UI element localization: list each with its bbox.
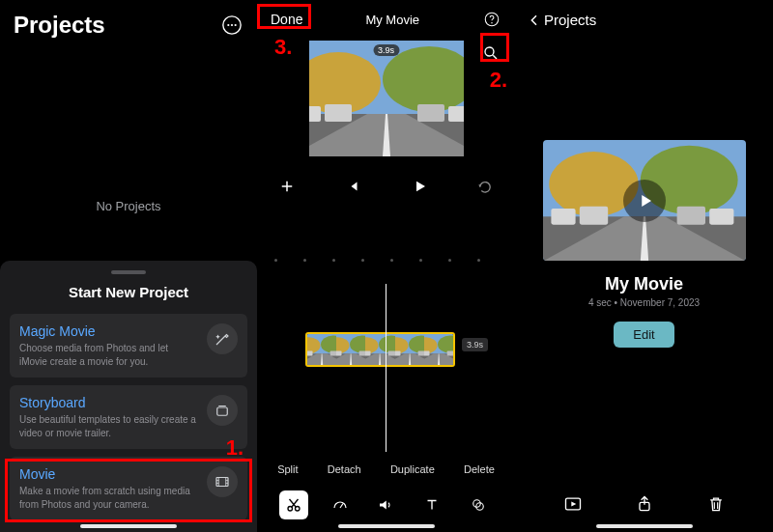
clip-duration-label: 3.9s bbox=[462, 338, 488, 351]
option-title: Storyboard bbox=[19, 395, 197, 410]
annotation-label-2: 2. bbox=[490, 68, 507, 93]
new-project-sheet: Start New Project Magic Movie Choose med… bbox=[0, 261, 257, 532]
home-indicator[interactable] bbox=[80, 524, 177, 528]
done-button[interactable]: Done bbox=[271, 12, 302, 27]
speed-tool-button[interactable] bbox=[326, 490, 355, 519]
option-storyboard[interactable]: Storyboard Use beautiful templates to ea… bbox=[10, 385, 247, 449]
rewind-button[interactable] bbox=[338, 172, 367, 201]
project-meta: 4 sec • November 7, 2023 bbox=[515, 297, 773, 308]
volume-tool-button[interactable] bbox=[371, 490, 400, 519]
play-button[interactable] bbox=[405, 172, 434, 201]
add-media-button[interactable] bbox=[272, 172, 301, 201]
zoom-button[interactable] bbox=[476, 39, 505, 68]
duration-badge: 3.9s bbox=[373, 44, 399, 56]
filters-tool-button[interactable] bbox=[464, 490, 493, 519]
preview-image bbox=[309, 41, 464, 156]
svg-point-11 bbox=[227, 24, 229, 26]
option-desc: Choose media from Photos and let iMovie … bbox=[19, 342, 197, 368]
skip-start-icon bbox=[344, 178, 361, 195]
scissors-icon bbox=[285, 496, 302, 514]
timeline[interactable]: 3.9s bbox=[257, 259, 515, 452]
svg-point-12 bbox=[231, 24, 233, 26]
ellipsis-icon bbox=[221, 14, 243, 36]
svg-point-23 bbox=[491, 22, 493, 24]
svg-line-28 bbox=[340, 504, 343, 509]
page-title: Projects bbox=[14, 12, 105, 39]
magic-wand-icon bbox=[207, 323, 238, 354]
option-title: Movie bbox=[19, 466, 197, 482]
play-rect-icon bbox=[563, 494, 583, 514]
timeline-ruler bbox=[257, 259, 515, 265]
clip-actions-row: Split Detach Duplicate Delete bbox=[257, 458, 515, 481]
timeline-clip[interactable] bbox=[305, 332, 455, 367]
share-button[interactable] bbox=[630, 490, 659, 518]
filmstrip-icon bbox=[207, 466, 238, 497]
filters-icon bbox=[470, 496, 487, 514]
edit-button[interactable]: Edit bbox=[614, 322, 673, 348]
bottom-toolbar bbox=[515, 490, 773, 518]
magnifier-icon bbox=[482, 44, 500, 62]
option-title: Magic Movie bbox=[19, 323, 197, 339]
play-icon bbox=[411, 178, 428, 195]
sheet-grabber[interactable] bbox=[111, 270, 146, 274]
project-title: My Movie bbox=[365, 13, 419, 27]
undo-button[interactable] bbox=[471, 172, 500, 201]
delete-project-button[interactable] bbox=[701, 490, 730, 518]
annotation-label-3: 3. bbox=[274, 35, 292, 60]
back-button[interactable]: Projects bbox=[527, 12, 596, 28]
storyboard-icon bbox=[207, 395, 238, 426]
project-name: My Movie bbox=[515, 274, 773, 294]
cut-tool-button[interactable] bbox=[279, 490, 308, 519]
text-icon bbox=[423, 496, 441, 514]
svg-rect-14 bbox=[217, 407, 228, 415]
home-indicator[interactable] bbox=[338, 524, 435, 528]
back-label: Projects bbox=[544, 12, 596, 28]
svg-line-25 bbox=[493, 55, 497, 59]
svg-point-13 bbox=[235, 24, 237, 26]
more-button[interactable] bbox=[220, 14, 243, 37]
undo-icon bbox=[476, 178, 494, 195]
titles-tool-button[interactable] bbox=[417, 490, 446, 519]
split-button[interactable]: Split bbox=[277, 463, 298, 475]
editor-screen: Done My Movie 3.9s bbox=[257, 0, 515, 532]
trash-icon bbox=[706, 494, 726, 514]
empty-state-text: No Projects bbox=[0, 199, 257, 213]
option-magic-movie[interactable]: Magic Movie Choose media from Photos and… bbox=[10, 314, 247, 378]
option-desc: Make a movie from scratch using media fr… bbox=[19, 485, 197, 511]
project-thumbnail[interactable] bbox=[543, 140, 746, 261]
playhead[interactable] bbox=[386, 284, 386, 452]
projects-screen: Projects No Projects Start New Project M… bbox=[0, 0, 257, 532]
help-button[interactable] bbox=[482, 10, 501, 29]
delete-button[interactable]: Delete bbox=[464, 463, 495, 475]
sheet-title: Start New Project bbox=[6, 284, 251, 300]
plus-icon bbox=[278, 178, 296, 195]
help-icon bbox=[483, 11, 501, 28]
play-overlay-button[interactable] bbox=[623, 180, 666, 222]
duplicate-button[interactable]: Duplicate bbox=[390, 463, 435, 475]
preview-viewport[interactable]: 3.9s bbox=[309, 41, 464, 156]
project-detail-screen: Projects My Movie 4 sec • November 7, 20… bbox=[515, 0, 773, 532]
chevron-left-icon bbox=[527, 13, 542, 28]
speedometer-icon bbox=[331, 496, 349, 514]
play-icon bbox=[637, 192, 654, 210]
share-icon bbox=[635, 494, 654, 514]
play-project-button[interactable] bbox=[558, 490, 587, 518]
detach-button[interactable]: Detach bbox=[328, 463, 361, 475]
svg-point-24 bbox=[485, 47, 494, 56]
volume-icon bbox=[377, 496, 394, 514]
option-movie[interactable]: Movie Make a movie from scratch using me… bbox=[10, 457, 247, 520]
home-indicator[interactable] bbox=[596, 524, 693, 528]
option-desc: Use beautiful templates to easily create… bbox=[19, 413, 197, 439]
